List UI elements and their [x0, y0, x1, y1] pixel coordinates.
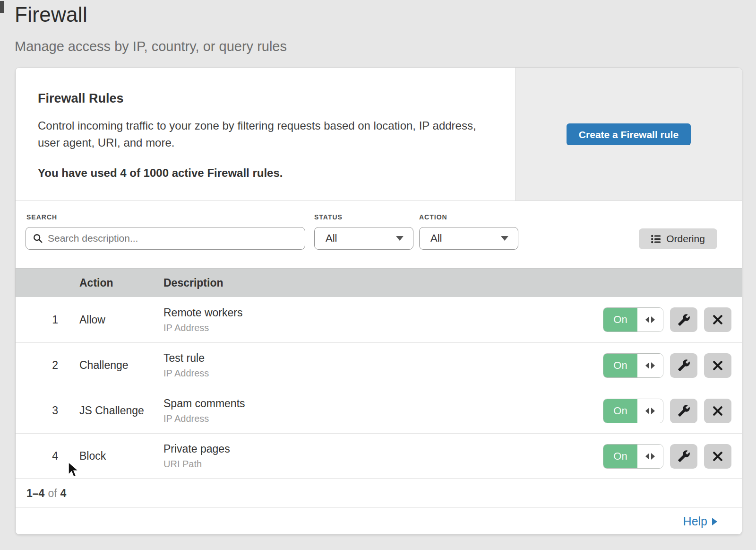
help-link-label: Help: [683, 515, 707, 528]
pagination-row: 1–4 of 4: [16, 479, 742, 507]
rule-enabled-toggle[interactable]: On: [603, 399, 663, 423]
arrow-left-icon: [645, 316, 649, 323]
rule-match-type: IP Address: [163, 323, 603, 333]
toggle-on-label[interactable]: On: [603, 399, 637, 423]
ordering-button-label: Ordering: [666, 233, 705, 244]
pagination-range: 1–4: [26, 487, 44, 500]
firewall-rules-card: Firewall Rules Control incoming traffic …: [16, 68, 742, 534]
card-heading: Firewall Rules: [38, 91, 482, 106]
rule-action: Allow: [79, 314, 163, 326]
status-dropdown-value: All: [326, 232, 337, 244]
rule-action: Challenge: [79, 359, 163, 372]
close-icon: [711, 359, 724, 372]
rule-description: Private pages: [163, 443, 603, 455]
arrow-right-icon: [651, 316, 655, 323]
arrow-right-icon: [651, 408, 655, 414]
arrow-left-icon: [645, 362, 649, 369]
search-box[interactable]: [26, 227, 305, 250]
wrench-icon: [678, 359, 690, 372]
arrow-left-icon: [645, 453, 649, 460]
arrow-right-icon: [651, 362, 655, 369]
table-header: Action Description: [16, 269, 742, 297]
delete-rule-button[interactable]: [704, 444, 731, 469]
pagination-total: 4: [60, 487, 67, 500]
edit-rule-button[interactable]: [670, 399, 697, 423]
action-dropdown-value: All: [430, 232, 442, 244]
card-description: Control incoming traffic to your zone by…: [38, 117, 482, 151]
screenshot-edge-artifact: [0, 1, 4, 13]
edit-rule-button[interactable]: [670, 353, 697, 378]
toggle-on-label[interactable]: On: [603, 308, 637, 332]
edit-rule-button[interactable]: [670, 307, 697, 332]
toggle-drag-handle[interactable]: [637, 354, 663, 377]
page-header: Firewall Manage access by IP, country, o…: [0, 0, 756, 54]
rule-match-type: IP Address: [163, 368, 603, 379]
search-icon: [33, 233, 43, 244]
rule-description: Test rule: [163, 352, 603, 365]
page-title: Firewall: [15, 3, 756, 26]
help-link[interactable]: Help: [683, 515, 717, 528]
toggle-drag-handle[interactable]: [637, 399, 663, 423]
table-row: 1 Allow Remote workers IP Address On: [16, 297, 742, 342]
rule-enabled-toggle[interactable]: On: [603, 444, 663, 469]
close-icon: [711, 313, 724, 326]
row-controls: On: [603, 307, 742, 332]
column-description: Description: [163, 277, 742, 289]
rule-description-cell: Remote workers IP Address: [163, 306, 603, 333]
rule-enabled-toggle[interactable]: On: [603, 307, 663, 332]
page-subtitle: Manage access by IP, country, or query r…: [15, 39, 756, 54]
delete-rule-button[interactable]: [704, 353, 731, 378]
toggle-drag-handle[interactable]: [637, 445, 663, 468]
rule-priority: 1: [16, 314, 58, 326]
chevron-down-icon: [396, 236, 404, 241]
status-dropdown[interactable]: All: [314, 227, 413, 250]
rule-priority: 3: [16, 404, 58, 417]
usage-summary: You have used 4 of 1000 active Firewall …: [38, 166, 482, 180]
rule-description-cell: Spam comments IP Address: [163, 397, 603, 424]
rule-match-type: URI Path: [163, 459, 603, 470]
pagination-of: of: [48, 487, 57, 500]
card-top-text: Firewall Rules Control incoming traffic …: [16, 68, 515, 201]
arrow-left-icon: [645, 408, 649, 414]
action-label: ACTION: [419, 213, 447, 221]
rule-description-cell: Test rule IP Address: [163, 352, 603, 379]
close-icon: [711, 404, 724, 418]
list-ordering-icon: [651, 235, 661, 244]
card-top-action-panel: Create a Firewall rule: [515, 68, 742, 201]
rule-match-type: IP Address: [163, 413, 603, 424]
card-top-section: Firewall Rules Control incoming traffic …: [16, 68, 742, 201]
action-dropdown[interactable]: All: [419, 227, 518, 250]
arrow-right-icon: [712, 518, 717, 525]
search-label: SEARCH: [26, 213, 57, 221]
status-label: STATUS: [314, 213, 343, 221]
search-input[interactable]: [48, 233, 298, 244]
table-row: 4 Block Private pages URI Path On: [16, 433, 742, 479]
wrench-icon: [678, 450, 690, 463]
rule-priority: 4: [16, 450, 58, 463]
delete-rule-button[interactable]: [704, 307, 731, 332]
rule-enabled-toggle[interactable]: On: [603, 353, 663, 378]
wrench-icon: [678, 404, 690, 417]
row-controls: On: [603, 444, 742, 469]
close-icon: [711, 450, 724, 463]
rule-priority: 2: [16, 359, 58, 372]
rule-action: JS Challenge: [79, 404, 163, 417]
row-controls: On: [603, 399, 742, 423]
arrow-right-icon: [651, 453, 655, 460]
column-action: Action: [79, 277, 163, 289]
rule-description: Remote workers: [163, 306, 603, 319]
row-controls: On: [603, 353, 742, 378]
edit-rule-button[interactable]: [670, 444, 697, 469]
rule-description-cell: Private pages URI Path: [163, 443, 603, 470]
toggle-on-label[interactable]: On: [603, 445, 637, 468]
table-row: 3 JS Challenge Spam comments IP Address …: [16, 388, 742, 433]
delete-rule-button[interactable]: [704, 399, 731, 423]
toggle-drag-handle[interactable]: [637, 308, 663, 332]
wrench-icon: [678, 314, 690, 326]
table-row: 2 Challenge Test rule IP Address On: [16, 342, 742, 388]
ordering-button[interactable]: Ordering: [639, 228, 717, 249]
filters-bar: SEARCH STATUS All ACTION All: [16, 201, 742, 269]
create-firewall-rule-button[interactable]: Create a Firewall rule: [567, 123, 691, 145]
rule-action: Block: [79, 450, 163, 463]
toggle-on-label[interactable]: On: [603, 354, 637, 377]
